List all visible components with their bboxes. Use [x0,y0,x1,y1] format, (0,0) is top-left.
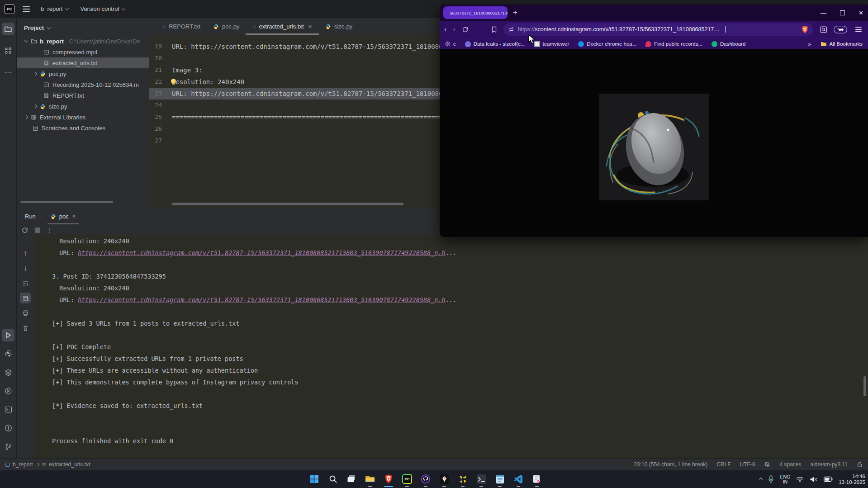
soft-wrap-icon[interactable] [20,278,31,289]
line-separator-widget[interactable]: CRLF [716,461,730,468]
services-tool-button[interactable] [2,366,14,379]
more-tools-button[interactable]: ⋯ [2,66,14,79]
tree-row-file[interactable]: Recording 2025-10-12 025634.m [17,79,149,90]
tray-expand-chevron-icon[interactable] [759,477,763,481]
close-icon[interactable]: ✕ [72,213,76,219]
run-console-output[interactable]: Resolution: 240x240 URL: https://sconten… [34,235,868,458]
main-menu-icon[interactable] [21,5,32,14]
bookmark-label: Data leaks - sizeof(c... [474,41,525,47]
stop-icon[interactable] [35,227,40,233]
maximize-button[interactable] [840,10,845,15]
tree-row-file[interactable]: size.py [17,101,149,112]
language-indicator[interactable]: ENG IN [780,474,790,484]
taskbar-windows-start-icon[interactable] [308,474,320,487]
encoding-widget[interactable]: UTF-8 [740,461,755,468]
run-tool-button[interactable] [2,329,14,341]
vcs-menu[interactable]: Version control [77,4,128,14]
tree-row-root[interactable]: b_report C:\Users\jatin\OneDrive\De [17,36,149,47]
taskbar-notepad-icon[interactable] [494,474,506,487]
terminal-tool-button[interactable] [2,403,14,416]
project-panel-header[interactable]: Project [17,18,149,36]
tab-report-txt[interactable]: ≣ REPORT.txt [156,18,207,35]
project-horizontal-scrollbar[interactable] [20,201,113,203]
rerun-icon[interactable] [21,227,28,234]
bookmarks-overflow-chevron[interactable]: » [808,41,811,47]
project-tool-button[interactable] [2,23,14,35]
python-interpreter-widget[interactable]: aidream-py3.11 [811,461,848,468]
vpn-glasses-icon[interactable] [834,26,847,33]
scroll-down-icon[interactable]: ↓ [20,263,31,274]
console-url-link[interactable]: https://scontent.cdninstagram.com/v/t51.… [78,249,446,256]
volume-muted-icon[interactable] [810,476,818,483]
tab-size-py[interactable]: size.py [319,18,359,35]
clear-console-icon[interactable] [20,322,31,333]
browser-menu-icon[interactable] [854,25,863,34]
editor-horizontal-scrollbar[interactable] [172,203,403,205]
bookmark-item[interactable]: Docker chrome hea... [578,41,636,47]
console-line: [+] POC Complete [52,341,868,353]
site-settings-icon[interactable] [508,26,514,33]
scroll-up-icon[interactable]: ↑ [20,248,31,259]
run-tab-poc[interactable]: poc ✕ [47,208,79,224]
back-icon[interactable]: ‹ [444,25,446,33]
intention-bulb-icon[interactable] [171,79,176,84]
minimize-button[interactable]: — [821,9,826,16]
console-vertical-scrollbar[interactable] [863,376,866,396]
reload-icon[interactable] [462,26,469,33]
taskbar-brave-icon[interactable] [383,474,394,487]
taskbar-github-icon[interactable] [420,474,432,487]
breadcrumb-file[interactable]: extracted_urls.txt [49,461,90,468]
tab-extracted-urls-txt[interactable]: ≣ extracted_urls.txt ✕ [246,18,318,35]
bookmark-item[interactable]: Find public records... [645,41,702,47]
indent-widget[interactable]: 4 spaces [779,461,801,468]
taskbar-search-icon[interactable] [327,474,339,487]
sidebar-search-icon[interactable] [820,26,827,33]
project-selector[interactable]: b_report [38,4,71,14]
tree-row-file[interactable]: compressed.mp4 [17,47,149,57]
taskbar-task-view-icon[interactable] [346,474,357,487]
close-window-button[interactable]: ✕ [859,9,863,16]
tree-row-scratches[interactable]: Scratches and Consoles [17,123,149,133]
problems-tool-button[interactable] [2,422,14,434]
structure-tool-button[interactable] [2,44,14,57]
brave-shield-icon[interactable] [801,25,809,34]
taskbar-vscode-icon[interactable] [512,474,524,487]
wifi-icon[interactable] [796,476,804,483]
console-url-link[interactable]: https://scontent.cdninstagram.com/v/t51.… [78,296,446,303]
more-options-icon[interactable]: ⋮ [47,227,53,234]
print-icon[interactable] [20,308,31,318]
python-console-tool-button[interactable] [2,347,14,360]
tree-row-file[interactable]: REPORT.txt [17,90,149,101]
new-tab-button[interactable]: + [513,8,517,17]
clock-widget[interactable]: 14:46 13-10-2025 [839,474,865,485]
address-bar[interactable]: https://scontent.cdninstagram.com/v/t51.… [503,23,813,36]
bookmark-icon[interactable] [491,26,497,33]
breadcrumb-root[interactable]: b_report [13,461,33,468]
taskbar-snipping-tool-icon[interactable] [531,474,543,487]
taskbar-pycharm-icon[interactable]: PC [401,474,413,487]
bookmark-item[interactable]: Data leaks - sizeof(c... [465,41,525,47]
caret-position-widget[interactable]: 23:10 (554 chars, 1 line break) [634,461,707,468]
version-control-tool-button[interactable] [2,440,14,453]
taskbar-metasploit-icon[interactable] [457,474,469,487]
forward-icon[interactable]: › [453,25,455,33]
unlock-icon[interactable] [857,461,863,468]
battery-icon[interactable] [824,476,833,482]
notifications-off-icon[interactable] [764,461,770,468]
taskbar-terminal-icon[interactable] [475,474,487,487]
taskbar-burp-suite-icon[interactable] [438,474,450,487]
browser-tab[interactable]: 563372371_18100868521713603_5 ✕ [443,6,508,19]
tree-row-file-selected[interactable]: extracted_urls.txt [17,57,149,68]
bookmark-item[interactable]: c [445,41,456,47]
tab-poc-py[interactable]: poc.py [207,18,246,35]
tree-row-external-libraries[interactable]: External Libraries [17,112,149,123]
close-icon[interactable]: ✕ [308,24,313,30]
all-bookmarks[interactable]: All Bookmarks [821,41,863,47]
python-packages-tool-button[interactable] [2,384,14,397]
tree-row-file[interactable]: poc.py [17,68,149,79]
taskbar-file-explorer-icon[interactable] [364,474,376,487]
microphone-icon[interactable] [768,475,774,483]
scroll-to-end-icon[interactable] [20,293,31,303]
bookmark-item[interactable]: Dashboard [711,41,745,47]
bookmark-item[interactable]: teamviewer [534,41,569,47]
